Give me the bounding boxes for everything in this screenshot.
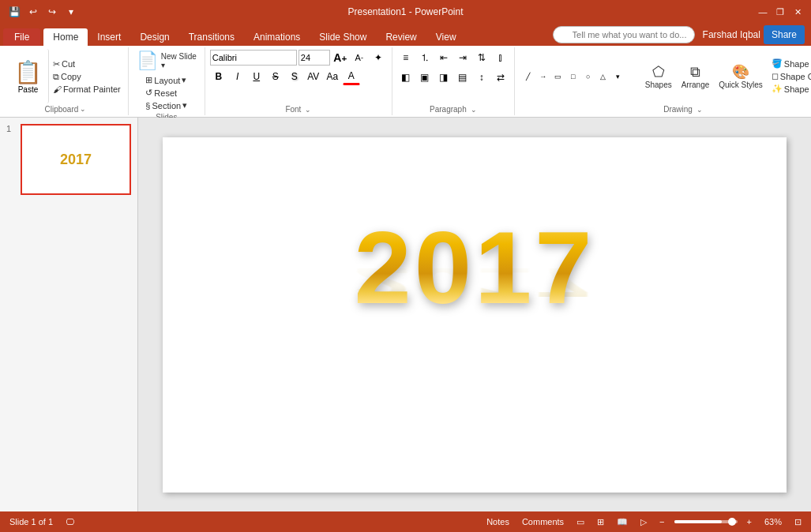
clipboard-expand-icon[interactable]: ⌄ bbox=[80, 105, 86, 114]
quick-styles-button[interactable]: 🎨 Quick Styles bbox=[715, 62, 766, 91]
close-button[interactable]: ✕ bbox=[790, 5, 805, 19]
undo-icon[interactable]: ↩ bbox=[25, 4, 41, 20]
minimize-button[interactable]: — bbox=[756, 5, 770, 19]
font-group: A+ A- ✦ B I U S S AV Aa A Font ⌄ bbox=[205, 47, 392, 115]
cut-button[interactable]: ✂ Cut bbox=[51, 58, 123, 70]
decrease-indent-button[interactable]: ⇤ bbox=[435, 49, 452, 66]
font-color-button[interactable]: A bbox=[343, 68, 360, 85]
section-icon: § bbox=[145, 101, 150, 111]
align-right-button[interactable]: ◨ bbox=[435, 69, 452, 86]
arrange-icon: ⧉ bbox=[690, 64, 700, 81]
shape-more-icon[interactable]: ▾ bbox=[610, 68, 627, 85]
bullets-button[interactable]: ≡ bbox=[397, 49, 415, 66]
shadow-button[interactable]: S bbox=[286, 68, 303, 85]
text-direction-button[interactable]: ⇅ bbox=[473, 49, 490, 66]
quick-styles-label: Quick Styles bbox=[719, 81, 763, 89]
shape-outline-icon: ◻ bbox=[772, 71, 779, 81]
shape-outline-button[interactable]: ◻ Shape Outline ▾ bbox=[769, 70, 811, 82]
strikethrough-button[interactable]: S bbox=[267, 68, 284, 85]
tab-view[interactable]: View bbox=[426, 28, 466, 46]
slide-thumb-1[interactable]: 2017 bbox=[21, 124, 131, 195]
slide-canvas[interactable]: 2017 2017 bbox=[163, 137, 787, 493]
save-icon[interactable]: 💾 bbox=[6, 4, 22, 20]
font-name-input[interactable] bbox=[210, 50, 297, 66]
clipboard-small-buttons: ✂ Cut ⧉ Copy 🖌 Format Painter bbox=[51, 49, 123, 103]
format-painter-button[interactable]: 🖌 Format Painter bbox=[51, 84, 123, 95]
paragraph-expand-icon[interactable]: ⌄ bbox=[471, 106, 477, 114]
reading-view-button[interactable]: 📖 bbox=[614, 517, 631, 527]
zoom-plus-icon[interactable]: + bbox=[744, 517, 755, 526]
fit-slide-button[interactable]: ⊡ bbox=[791, 517, 805, 527]
columns-button[interactable]: ⫿ bbox=[492, 49, 509, 66]
arrange-button[interactable]: ⧉ Arrange bbox=[678, 62, 713, 91]
customize-qat-icon[interactable]: ▾ bbox=[63, 4, 79, 20]
align-center-button[interactable]: ▣ bbox=[416, 69, 434, 86]
paragraph-group: ≡ ⒈ ⇤ ⇥ ⇅ ⫿ ◧ ▣ ◨ ▤ ↕ ⇄ Paragraph bbox=[392, 47, 515, 115]
tab-insert[interactable]: Insert bbox=[88, 28, 130, 46]
slide-sorter-button[interactable]: ⊞ bbox=[594, 517, 607, 527]
tab-transitions[interactable]: Transitions bbox=[179, 28, 244, 46]
maximize-button[interactable]: ❐ bbox=[773, 5, 787, 19]
convert-button[interactable]: ⇄ bbox=[492, 69, 509, 86]
underline-button[interactable]: U bbox=[248, 68, 265, 85]
comments-button[interactable]: Comments bbox=[519, 517, 567, 526]
zoom-slider[interactable] bbox=[674, 520, 738, 523]
reset-button[interactable]: ↺ Reset bbox=[143, 87, 190, 99]
status-left: Slide 1 of 1 🖵 bbox=[6, 517, 477, 526]
font-expand-icon[interactable]: ⌄ bbox=[305, 106, 311, 114]
tab-review[interactable]: Review bbox=[376, 28, 426, 46]
ribbon-content: 📋 Paste ✂ Cut ⧉ Copy 🖌 Format Painter bbox=[0, 46, 811, 117]
numbering-button[interactable]: ⒈ bbox=[416, 49, 434, 66]
increase-indent-button[interactable]: ⇥ bbox=[454, 49, 471, 66]
italic-button[interactable]: I bbox=[229, 68, 246, 85]
layout-icon: ⊞ bbox=[145, 75, 152, 85]
layout-button[interactable]: ⊞ Layout ▾ bbox=[143, 74, 190, 86]
slide-info-label: Slide 1 of 1 bbox=[6, 517, 56, 526]
zoom-slider-fill bbox=[674, 520, 722, 523]
copy-button[interactable]: ⧉ Copy bbox=[51, 71, 123, 83]
bold-button[interactable]: B bbox=[210, 68, 227, 85]
tab-animations[interactable]: Animations bbox=[244, 28, 310, 46]
paste-button[interactable]: 📋 Paste bbox=[8, 49, 49, 103]
clear-formatting-button[interactable]: ✦ bbox=[370, 49, 387, 66]
tab-slideshow[interactable]: Slide Show bbox=[310, 28, 376, 46]
help-search-input[interactable] bbox=[553, 26, 695, 43]
title-bar-left: 💾 ↩ ↪ ▾ bbox=[6, 4, 79, 20]
quick-styles-icon: 🎨 bbox=[732, 63, 749, 81]
align-left-button[interactable]: ◧ bbox=[397, 69, 415, 86]
justify-button[interactable]: ▤ bbox=[454, 69, 471, 86]
normal-view-button[interactable]: ▭ bbox=[573, 517, 588, 527]
font-shrink-button[interactable]: A- bbox=[351, 49, 368, 66]
slideshow-view-button[interactable]: ▷ bbox=[637, 517, 650, 527]
slides-group: 📄 New Slide ▾ ⊞ Layout ▾ ↺ Reset bbox=[129, 47, 205, 115]
shape-effects-button[interactable]: ✨ Shape Effects ▾ bbox=[769, 83, 811, 95]
zoom-level-label[interactable]: 63% bbox=[761, 517, 785, 526]
tab-home[interactable]: Home bbox=[43, 28, 88, 46]
format-painter-icon: 🖌 bbox=[53, 84, 62, 94]
line-spacing-button[interactable]: ↕ bbox=[473, 69, 490, 86]
char-spacing-button[interactable]: AV bbox=[305, 68, 322, 85]
layout-label: Layout bbox=[154, 76, 180, 85]
drawing-expand-icon[interactable]: ⌄ bbox=[696, 106, 703, 114]
new-slide-button[interactable]: 📄 New Slide ▾ bbox=[133, 49, 200, 73]
section-button[interactable]: § Section ▾ bbox=[143, 99, 190, 111]
tab-design[interactable]: Design bbox=[130, 28, 178, 46]
shapes-button[interactable]: ⬠ Shapes bbox=[642, 62, 675, 91]
notes-button[interactable]: Notes bbox=[483, 517, 513, 526]
shape-fill-button[interactable]: 🪣 Shape Fill ▾ bbox=[769, 58, 811, 69]
shape-outline-label: Shape Outline bbox=[780, 72, 811, 81]
font-size-input[interactable] bbox=[298, 50, 330, 66]
change-case-button[interactable]: Aa bbox=[324, 68, 341, 85]
window-controls: — ❐ ✕ bbox=[756, 5, 805, 19]
zoom-minus-icon[interactable]: − bbox=[656, 517, 667, 526]
tab-file[interactable]: File bbox=[3, 28, 40, 46]
fit-icon[interactable]: 🖵 bbox=[62, 517, 77, 526]
slide-number-1: 1 bbox=[6, 124, 17, 133]
share-button[interactable]: Share bbox=[764, 25, 805, 44]
paste-label: Paste bbox=[18, 85, 39, 94]
redo-icon[interactable]: ↪ bbox=[44, 4, 60, 20]
help-search-wrap: 🔍 bbox=[553, 26, 695, 43]
reset-label: Reset bbox=[154, 88, 177, 98]
font-grow-button[interactable]: A+ bbox=[332, 49, 349, 66]
reset-icon: ↺ bbox=[145, 88, 152, 98]
